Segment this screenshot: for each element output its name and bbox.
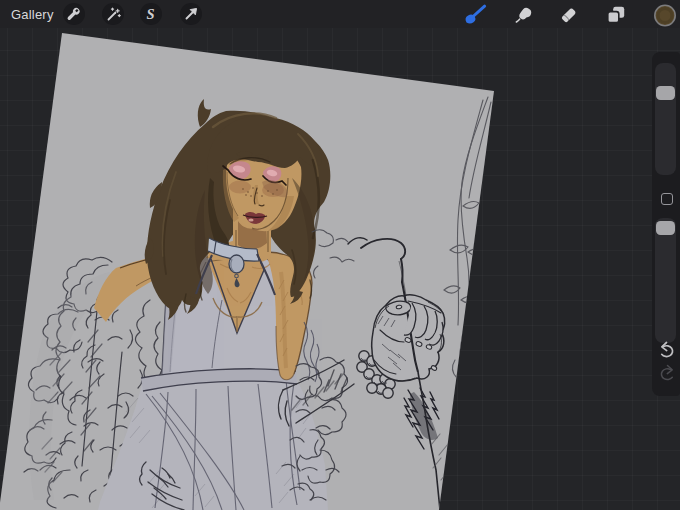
svg-text:S: S	[146, 6, 154, 22]
